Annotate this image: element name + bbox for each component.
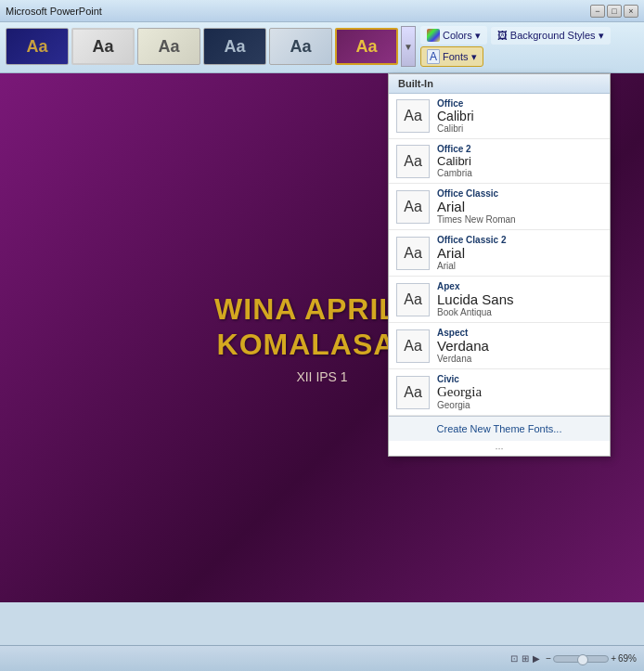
themes-scroll-button[interactable]: ▼ — [401, 26, 416, 67]
font-name-apex: Apex — [437, 281, 514, 291]
font-item-officeclassic2[interactable]: Aa Office Classic 2 Arial Arial — [389, 230, 610, 277]
theme-thumb-2[interactable]: Aa — [71, 28, 135, 65]
colors-button[interactable]: Colors ▾ — [420, 26, 487, 45]
font-item-civic[interactable]: Aa Civic Georgia Georgia — [389, 369, 610, 416]
fonts-label: Fonts — [443, 51, 469, 62]
font-heading-aspect: Verdana — [437, 338, 489, 354]
themes-row: Aa Aa Aa Aa Aa Aa ▼ Colors ▾ 🖼 Backgroun… — [6, 26, 638, 67]
font-info-apex: Apex Lucida Sans Book Antiqua — [437, 281, 514, 317]
font-item-office2[interactable]: Aa Office 2 Calibri Cambria — [389, 139, 610, 184]
font-preview-office2: Aa — [396, 145, 430, 178]
font-heading-office: Calibri — [437, 109, 474, 123]
dropdown-footer: Create New Theme Fonts... — [389, 416, 610, 441]
status-bar: ⊡ ⊞ ▶ − + 69% — [0, 645, 644, 671]
font-name-office: Office — [437, 98, 474, 109]
dropdown-header-label: Built-In — [398, 78, 433, 89]
font-body-civic: Georgia — [437, 400, 482, 410]
zoom-level: 69% — [618, 653, 637, 664]
font-body-apex: Book Antiqua — [437, 307, 514, 317]
font-name-aspect: Aspect — [437, 328, 489, 338]
font-body-office: Calibri — [437, 123, 474, 134]
fonts-dropdown: Built-In Aa Office Calibri Calibri Aa Of… — [388, 73, 611, 457]
dropdown-header: Built-In — [389, 74, 610, 94]
background-chevron: ▾ — [599, 30, 604, 42]
font-item-apex[interactable]: Aa Apex Lucida Sans Book Antiqua — [389, 277, 610, 323]
font-body-office2: Cambria — [437, 168, 472, 178]
dropdown-scroll-container[interactable]: Aa Office Calibri Calibri Aa Office 2 Ca… — [389, 94, 610, 416]
font-body-aspect: Verdana — [437, 354, 489, 364]
font-body-officeclassic: Times New Roman — [437, 214, 516, 225]
font-info-aspect: Aspect Verdana Verdana — [437, 328, 489, 364]
theme-thumb-1[interactable]: Aa — [6, 28, 69, 65]
font-info-officeclassic2: Office Classic 2 Arial Arial — [437, 235, 506, 271]
zoom-control[interactable]: − + 69% — [546, 653, 637, 664]
font-item-officeclassic[interactable]: Aa Office Classic Arial Times New Roman — [389, 184, 610, 230]
font-item-office[interactable]: Aa Office Calibri Calibri — [389, 94, 610, 139]
app-title: Microsoft PowerPoint — [6, 6, 102, 17]
font-preview-office: Aa — [396, 99, 430, 133]
font-heading-officeclassic: Arial — [437, 199, 516, 214]
view-normal-icon[interactable]: ⊡ — [510, 653, 518, 664]
fonts-a-icon: A — [427, 49, 440, 64]
ribbon: Aa Aa Aa Aa Aa Aa ▼ Colors ▾ 🖼 Backgroun… — [0, 22, 644, 73]
minimize-button[interactable]: − — [590, 5, 605, 18]
font-body-officeclassic2: Arial — [437, 261, 506, 271]
slide-sub-text: XII IPS 1 — [296, 369, 347, 384]
view-slide-icon[interactable]: ⊞ — [522, 653, 529, 664]
font-preview-civic: Aa — [396, 376, 430, 409]
create-new-theme-link[interactable]: Create New Theme Fonts... — [437, 423, 562, 434]
theme-thumb-5[interactable]: Aa — [269, 28, 332, 65]
font-preview-officeclassic: Aa — [396, 190, 430, 224]
font-heading-civic: Georgia — [437, 384, 482, 400]
font-heading-apex: Lucida Sans — [437, 291, 514, 307]
view-slideshow-icon[interactable]: ▶ — [533, 653, 540, 664]
font-info-office2: Office 2 Calibri Cambria — [437, 144, 472, 178]
font-heading-officeclassic2: Arial — [437, 245, 506, 261]
dropdown-footer-dots: ··· — [389, 441, 610, 456]
font-name-officeclassic: Office Classic — [437, 188, 516, 199]
fonts-chevron: ▾ — [471, 51, 477, 63]
colors-icon — [427, 29, 440, 42]
close-button[interactable]: × — [624, 5, 638, 18]
zoom-out-icon[interactable]: − — [546, 653, 551, 664]
fonts-button[interactable]: A Fonts ▾ — [420, 46, 483, 67]
font-item-aspect[interactable]: Aa Aspect Verdana Verdana — [389, 323, 610, 369]
title-bar: Microsoft PowerPoint − □ × — [0, 0, 644, 22]
main-content: WINA APRILIA KOMALASARI XII IPS 1 Built-… — [0, 73, 644, 602]
font-preview-aspect: Aa — [396, 329, 430, 363]
font-info-civic: Civic Georgia Georgia — [437, 374, 482, 410]
font-name-office2: Office 2 — [437, 144, 472, 154]
colors-chevron: ▾ — [475, 30, 481, 42]
font-name-civic: Civic — [437, 374, 482, 384]
window-controls: − □ × — [590, 5, 638, 18]
background-icon: 🖼 — [497, 30, 508, 41]
zoom-in-icon[interactable]: + — [611, 653, 616, 664]
colors-label: Colors — [443, 30, 472, 41]
font-heading-office2: Calibri — [437, 154, 472, 168]
zoom-slider[interactable] — [553, 655, 609, 663]
background-styles-button[interactable]: 🖼 Background Styles ▾ — [491, 27, 611, 45]
status-icons: ⊡ ⊞ ▶ — [510, 653, 540, 664]
font-preview-officeclassic2: Aa — [396, 237, 430, 270]
theme-thumb-3[interactable]: Aa — [137, 28, 200, 65]
font-preview-apex: Aa — [396, 283, 430, 316]
background-label: Background Styles — [510, 30, 596, 41]
maximize-button[interactable]: □ — [607, 5, 622, 18]
theme-thumb-6[interactable]: Aa — [335, 28, 398, 65]
font-name-officeclassic2: Office Classic 2 — [437, 235, 506, 245]
font-info-officeclassic: Office Classic Arial Times New Roman — [437, 188, 516, 225]
font-info-office: Office Calibri Calibri — [437, 98, 474, 134]
theme-thumb-4[interactable]: Aa — [203, 28, 266, 65]
